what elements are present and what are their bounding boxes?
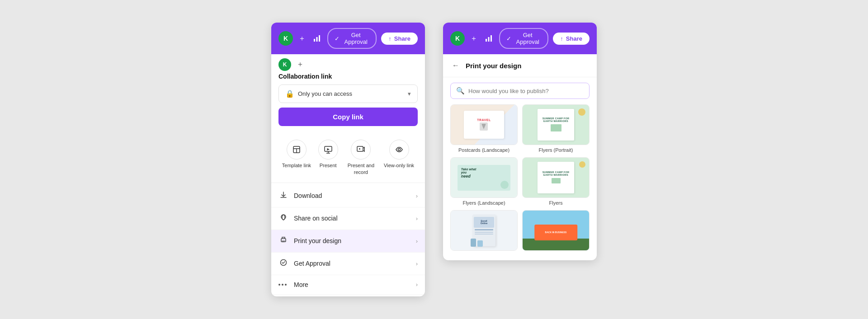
right-panel: K ＋ ✓ Get Approval ↑ Share (443, 23, 597, 260)
svg-rect-0 (314, 39, 315, 42)
roll-banner-item[interactable]: EnrollOnline (450, 210, 518, 253)
search-input[interactable] (468, 88, 584, 94)
flyers-portrait-thumb: SUMMER CAMP FOR EARTH WARRIORS (522, 104, 590, 145)
right-avatar: K (450, 31, 465, 46)
svg-point-13 (282, 215, 285, 220)
get-approval-icon (278, 258, 288, 269)
outdoor-sign-item[interactable]: BACK IN BUSINESS (522, 210, 590, 253)
access-text: Only you can access (298, 90, 352, 97)
link-access-row[interactable]: 🔒 Only you can access ▾ (278, 84, 418, 103)
search-bar[interactable]: 🔍 (450, 83, 590, 99)
right-get-approval-button[interactable]: ✓ Get Approval (499, 28, 548, 49)
svg-rect-14 (281, 239, 286, 242)
share-social-label: Share on social (294, 215, 410, 222)
template-link-option[interactable]: Template link (282, 140, 311, 175)
svg-rect-2 (319, 35, 320, 42)
present-record-option[interactable]: Present and record (345, 140, 377, 175)
panel-sub-header: K ＋ (271, 54, 425, 73)
get-approval-chevron: › (416, 260, 418, 267)
share-social-chevron: › (416, 215, 418, 222)
svg-rect-1 (316, 37, 318, 42)
svg-rect-16 (486, 39, 487, 42)
print-chevron: › (416, 238, 418, 244)
svg-point-11 (398, 149, 400, 151)
share-button-label: Share (394, 35, 410, 42)
print-icon (278, 236, 288, 246)
outdoor-sign-thumb: BACK IN BUSINESS (522, 210, 590, 251)
menu-items: Download › Share on social › (271, 183, 425, 296)
sub-add-button[interactable]: ＋ (295, 58, 306, 71)
download-icon (278, 191, 288, 201)
left-panel: K ＋ ✓ Get Approval ↑ Share (271, 23, 425, 296)
right-toolbar: K ＋ ✓ Get Approval ↑ Share (443, 23, 597, 54)
flyers-portrait-item[interactable]: SUMMER CAMP FOR EARTH WARRIORS Flyers (P… (522, 104, 590, 153)
svg-point-10 (359, 148, 360, 150)
present-label: Present (320, 162, 337, 169)
svg-rect-17 (488, 37, 490, 42)
more-chevron: › (416, 281, 418, 288)
template-link-icon (287, 140, 307, 160)
get-approval-label: Get Approval (342, 32, 369, 45)
flyers-thumb: SUMMER CAMP FOR EARTH WARRIORS (522, 157, 590, 198)
present-icon (318, 140, 338, 160)
flyers-portrait-label: Flyers (Portrait) (522, 147, 590, 153)
get-approval-menu-label: Get Approval (294, 260, 410, 267)
check-icon: ✓ (335, 35, 340, 42)
back-button[interactable]: ← (450, 60, 461, 71)
more-label: More (294, 281, 410, 288)
right-share-button[interactable]: ↑ Share (553, 33, 590, 45)
get-approval-button[interactable]: ✓ Get Approval (327, 28, 377, 49)
left-toolbar: K ＋ ✓ Get Approval ↑ Share (271, 23, 425, 54)
svg-rect-18 (491, 35, 492, 42)
right-toolbar-left: K ＋ (450, 31, 495, 46)
flyers-landscape-label: Flyers (Landscape) (450, 200, 518, 206)
share-icon: ↑ (388, 35, 392, 42)
more-icon (278, 284, 288, 286)
flyers-landscape-thumb: Take whatyouneed (450, 157, 518, 198)
view-only-option[interactable]: View-only link (384, 140, 414, 175)
link-access-left: 🔒 Only you can access (285, 89, 352, 98)
right-get-approval-label: Get Approval (514, 32, 541, 45)
search-icon: 🔍 (456, 87, 465, 95)
right-check-icon: ✓ (506, 35, 511, 42)
print-title: Print your design (466, 62, 521, 70)
analytics-icon[interactable] (311, 33, 323, 44)
roll-banner-thumb: EnrollOnline (450, 210, 518, 251)
add-button[interactable]: ＋ (297, 32, 307, 45)
sub-avatar: K (278, 58, 291, 71)
share-social-icon (278, 213, 288, 224)
right-share-button-label: Share (566, 35, 582, 42)
more-menu-item[interactable]: More › (271, 275, 425, 295)
chevron-down-icon: ▾ (408, 90, 411, 97)
avatar: K (278, 31, 293, 46)
share-button[interactable]: ↑ Share (381, 33, 418, 45)
download-menu-item[interactable]: Download › (271, 185, 425, 207)
flyers-label: Flyers (522, 200, 590, 206)
postcards-landscape-item[interactable]: TRAVEL Postcards (Landscape) (450, 104, 518, 153)
print-design-menu-item[interactable]: Print your design › (271, 230, 425, 253)
right-share-icon: ↑ (560, 35, 563, 42)
present-option[interactable]: Present (318, 140, 338, 175)
present-record-label: Present and record (345, 162, 377, 175)
postcards-landscape-label: Postcards (Landscape) (450, 147, 518, 153)
present-record-icon (351, 140, 371, 160)
postcards-landscape-thumb: TRAVEL (450, 104, 518, 145)
right-analytics-icon[interactable] (483, 33, 495, 44)
copy-link-button[interactable]: Copy link (278, 108, 418, 126)
view-only-icon (389, 140, 409, 160)
print-header: ← Print your design (443, 54, 597, 77)
share-social-menu-item[interactable]: Share on social › (271, 207, 425, 230)
download-chevron: › (416, 192, 418, 199)
collab-section: Collaboration link 🔒 Only you can access… (271, 73, 425, 132)
template-link-label: Template link (282, 162, 311, 169)
toolbar-left: K ＋ (278, 31, 323, 46)
view-only-label: View-only link (384, 162, 414, 169)
print-options-grid: TRAVEL Postcards (Landscape) (443, 104, 597, 260)
flyers-landscape-item[interactable]: Take whatyouneed Flyers (Landscape) (450, 157, 518, 206)
print-label: Print your design (294, 237, 410, 244)
right-add-button[interactable]: ＋ (468, 32, 479, 45)
download-label: Download (294, 192, 410, 199)
share-options-grid: Template link Present (271, 132, 425, 183)
flyers-item[interactable]: SUMMER CAMP FOR EARTH WARRIORS Flyers (522, 157, 590, 206)
get-approval-menu-item[interactable]: Get Approval › (271, 253, 425, 275)
